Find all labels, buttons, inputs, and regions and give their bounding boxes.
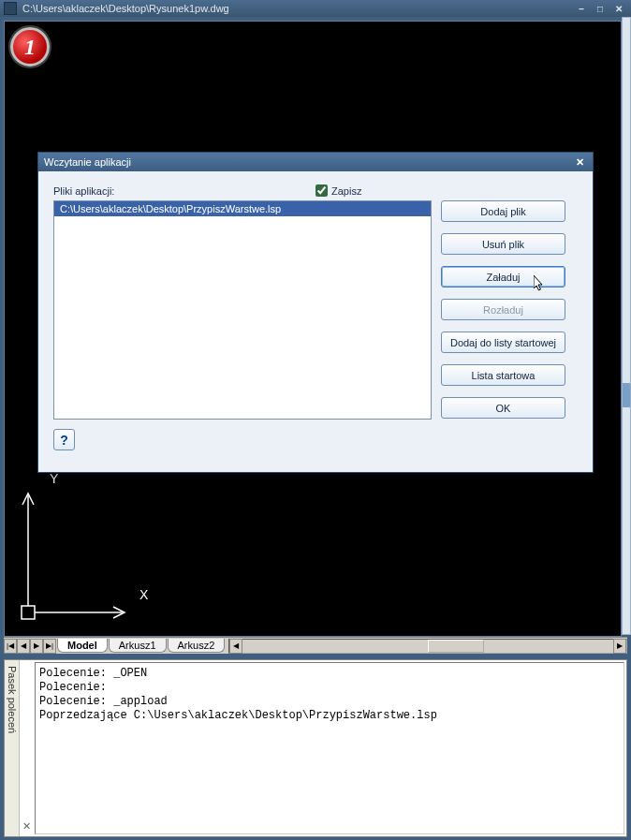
startup-list-button[interactable]: Lista startowa <box>441 364 565 386</box>
app-title: C:\Users\aklaczek\Desktop\Rysunek1pw.dwg <box>22 3 571 14</box>
load-application-dialog: Wczytanie aplikacji ✕ Pliki aplikacji: Z… <box>37 152 594 473</box>
axis-label-y: Y <box>50 471 58 486</box>
tab-arkusz2[interactable]: Arkusz2 <box>168 639 226 653</box>
hscroll-left[interactable]: ◀ <box>229 639 242 654</box>
ok-button[interactable]: OK <box>441 397 565 419</box>
remove-file-button[interactable]: Usuń plik <box>441 233 565 255</box>
sheet-nav-last[interactable]: ▶| <box>43 639 56 654</box>
app-icon <box>4 2 17 15</box>
drawing-canvas[interactable]: 1 Y X Wczytanie aplikacji ✕ Pliki aplika… <box>4 21 622 637</box>
horizontal-scrollbar[interactable]: ◀ ▶ <box>228 639 627 654</box>
command-panel-close[interactable]: ✕ <box>20 660 33 836</box>
add-to-startup-button[interactable]: Dodaj do listy startowej <box>441 332 565 353</box>
axis-label-x: X <box>139 587 148 602</box>
save-checkbox-wrap[interactable]: Zapisz <box>316 184 361 197</box>
save-checkbox[interactable] <box>316 184 328 197</box>
dialog-title: Wczytanie aplikacji <box>44 156 572 168</box>
hscroll-thumb[interactable] <box>428 640 484 653</box>
tab-model[interactable]: Model <box>57 639 108 653</box>
add-file-button[interactable]: Dodaj plik <box>441 200 565 222</box>
command-panel: Pasek poleceń ✕ Polecenie: _OPEN Polecen… <box>4 659 627 837</box>
file-list[interactable]: C:\Users\aklaczek\Desktop\PrzypiszWarstw… <box>53 200 432 420</box>
sheet-nav-prev[interactable]: ◀ <box>17 639 30 654</box>
save-checkbox-label: Zapisz <box>331 185 361 197</box>
load-button[interactable]: Załaduj <box>441 266 565 287</box>
tab-arkusz1[interactable]: Arkusz1 <box>109 639 167 653</box>
minimize-button[interactable]: – <box>573 2 590 15</box>
file-list-item[interactable]: C:\Users\aklaczek\Desktop\PrzypiszWarstw… <box>54 201 431 216</box>
command-panel-label: Pasek poleceń <box>5 660 20 836</box>
help-button[interactable]: ? <box>53 429 75 450</box>
maximize-button[interactable]: □ <box>592 2 609 15</box>
vscroll-thumb[interactable] <box>623 383 630 407</box>
sheet-nav-first[interactable]: |◀ <box>4 639 17 654</box>
close-button[interactable]: ✕ <box>610 2 627 15</box>
hscroll-right[interactable]: ▶ <box>613 639 626 654</box>
sheet-tabs: |◀ ◀ ▶ ▶| Model Arkusz1 Arkusz2 ◀ ▶ <box>4 637 627 654</box>
command-log[interactable]: Polecenie: _OPEN Polecenie: Polecenie: _… <box>35 662 624 834</box>
dialog-close-button[interactable]: ✕ <box>572 155 587 169</box>
files-label: Pliki aplikacji: <box>53 185 316 197</box>
sheet-nav-next[interactable]: ▶ <box>30 639 43 654</box>
unload-button: Rozładuj <box>441 299 565 320</box>
svg-rect-0 <box>22 606 35 619</box>
vertical-scrollbar[interactable] <box>622 17 631 635</box>
dialog-titlebar[interactable]: Wczytanie aplikacji ✕ <box>38 153 593 171</box>
ucs-axes: Y X <box>16 475 147 625</box>
step-marker: 1 <box>10 27 50 66</box>
app-titlebar: C:\Users\aklaczek\Desktop\Rysunek1pw.dwg… <box>0 0 631 17</box>
